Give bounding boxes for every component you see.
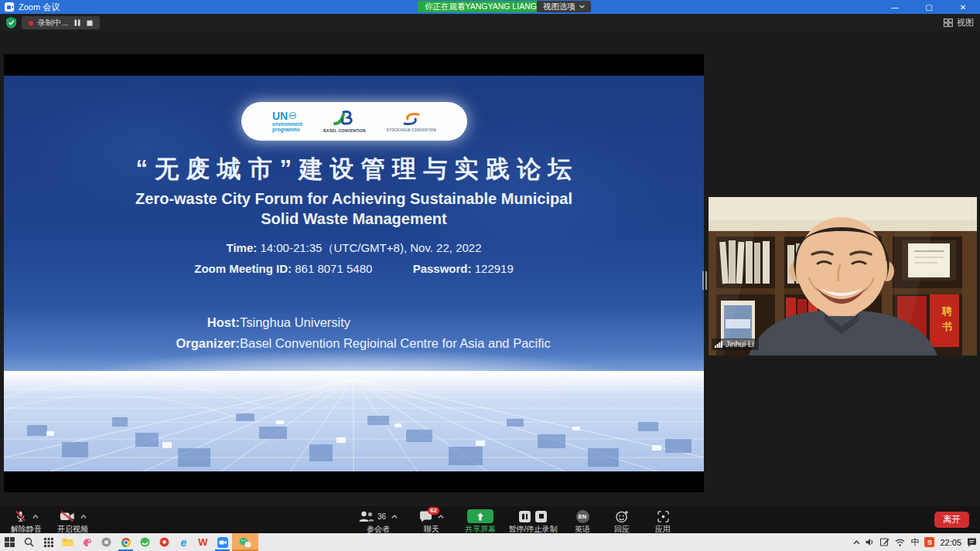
system-tray: 中 S 22:05	[853, 533, 977, 551]
participants-button[interactable]: 36 参会者	[354, 509, 402, 535]
reactions-smiley-icon	[616, 510, 629, 523]
basel-logo-caption: BASEL CONVENTION	[323, 128, 366, 133]
wechat-icon	[239, 537, 251, 548]
share-screen-button[interactable]: 共享屏幕	[459, 509, 501, 535]
svg-text:聘: 聘	[941, 305, 952, 317]
window-title: Zoom 会议	[19, 2, 60, 13]
minimize-button[interactable]: —	[878, 0, 912, 14]
slide-title-chinese: “无废城市”建设管理与实践论坛	[4, 153, 704, 185]
unmute-button[interactable]: 解除静音	[6, 509, 46, 535]
sogou-ime-icon[interactable]: S	[924, 537, 934, 547]
participant-name: Jinhui Li	[726, 340, 754, 349]
chevron-up-icon[interactable]	[80, 515, 87, 519]
participant-video-tile[interactable]: 聘 书	[709, 197, 977, 355]
close-button[interactable]: ✕	[946, 0, 980, 14]
connection-signal-icon	[715, 341, 722, 348]
participants-count: 36	[377, 512, 386, 521]
stockholm-logo-caption: STOCKHOLM CONVENTION	[387, 128, 436, 132]
recording-label: 录制中...	[37, 18, 68, 29]
unep-logo-line3: programme	[272, 128, 302, 133]
password-value: 122919	[475, 262, 514, 275]
svg-text:书: 书	[941, 321, 952, 332]
apps-button[interactable]: 应用	[647, 509, 679, 535]
presentation-slide: UN environment programme BASEL CONVENTIO…	[4, 76, 704, 471]
participant-video-feed: 聘 书	[709, 197, 977, 355]
unep-logo-text: UN	[272, 111, 288, 121]
chevron-up-icon[interactable]	[391, 515, 398, 519]
view-label: 视图	[957, 17, 974, 29]
meeting-toolbar: 解除静音 开启视频 36	[0, 506, 980, 533]
participants-icon	[359, 511, 374, 522]
taskbar-clock[interactable]: 22:05	[940, 538, 961, 547]
view-layout-button[interactable]: 视图	[944, 16, 974, 29]
pink-app-icon	[82, 537, 93, 547]
slide-meeting-line: Zoom Meeting ID: 861 8071 5480 Password:…	[4, 262, 704, 275]
slide-title-english-line1: Zero-waste City Forum for Achieving Sust…	[4, 189, 704, 209]
pause-stop-recording-button[interactable]: 暂停/停止录制	[503, 509, 563, 535]
zoom-meeting-window: Zoom 会议 你正在观看YANGYANG LIANG的屏幕 视图选项 — ▢ …	[0, 0, 980, 551]
taskbar-app-pink[interactable]	[77, 533, 97, 551]
taskbar-chrome-button[interactable]	[116, 533, 135, 551]
share-screen-icon	[467, 509, 493, 523]
interpretation-button[interactable]: EN 英语	[569, 509, 596, 535]
slide-time-line: Time: 14:00-21:35（UTC/GMT+8), Nov. 22, 2…	[4, 241, 704, 256]
panel-resize-handle[interactable]	[702, 269, 708, 292]
windows-ink-icon[interactable]	[880, 538, 890, 546]
volume-icon[interactable]	[866, 538, 875, 546]
maximize-button[interactable]: ▢	[912, 0, 946, 14]
stop-recording-icon[interactable]	[535, 511, 547, 522]
host-value: Tsinghua University	[240, 312, 350, 333]
meeting-id-value: 861 8071 5480	[295, 262, 372, 275]
chat-button[interactable]: 62 聊天	[411, 509, 452, 535]
meeting-stage: UN environment programme BASEL CONVENTIO…	[0, 31, 980, 506]
leave-meeting-button[interactable]: 离开	[934, 512, 969, 528]
shared-screen: UN environment programme BASEL CONVENTIO…	[4, 54, 704, 492]
task-view-icon	[44, 538, 53, 547]
task-view-button[interactable]	[39, 533, 58, 551]
slide-title-english-line2: Solid Waste Management	[4, 209, 704, 229]
chevron-up-icon[interactable]	[438, 515, 444, 519]
taskbar-wps-button[interactable]: W	[193, 533, 213, 551]
zoom-app-icon	[5, 2, 14, 12]
time-label: Time:	[226, 241, 257, 254]
security-shield-icon[interactable]	[6, 17, 16, 29]
start-video-button[interactable]: 开启视频	[51, 509, 94, 535]
microphone-muted-icon	[14, 509, 27, 523]
chevron-up-icon[interactable]	[32, 515, 39, 519]
stop-recording-icon[interactable]	[87, 20, 93, 26]
chevron-down-icon	[579, 5, 585, 9]
taskbar-zoom-button[interactable]	[213, 533, 232, 551]
app-title-group: Zoom 会议	[0, 2, 60, 13]
folder-icon	[62, 538, 73, 547]
view-options-button[interactable]: 视图选项	[537, 1, 591, 12]
action-center-icon[interactable]	[967, 538, 977, 547]
taskbar-app-green[interactable]	[135, 533, 155, 551]
meeting-statusbar: 录制中... 视图	[0, 14, 980, 31]
stockholm-convention-logo: STOCKHOLM CONVENTION	[387, 111, 436, 132]
file-explorer-button[interactable]	[58, 533, 77, 551]
apps-icon	[657, 511, 669, 522]
time-value: 14:00-21:35（UTC/GMT+8), Nov. 22, 2022	[260, 241, 481, 254]
participant-nametag: Jinhui Li	[712, 338, 759, 350]
ime-language-indicator[interactable]: 中	[910, 536, 919, 548]
red-app-icon	[159, 537, 169, 547]
tray-expand-icon[interactable]	[853, 540, 860, 545]
zoom-icon	[217, 537, 228, 548]
recording-indicator: 录制中...	[22, 16, 100, 29]
wifi-icon[interactable]	[895, 539, 905, 546]
green-browser-icon	[140, 537, 150, 547]
taskbar-app-gray[interactable]	[97, 533, 116, 551]
taskbar-app-red[interactable]	[155, 533, 174, 551]
recording-dot-icon	[29, 21, 33, 26]
taskbar-search-button[interactable]	[19, 533, 39, 551]
pause-recording-icon[interactable]	[74, 19, 80, 26]
chat-unread-badge: 62	[428, 507, 439, 515]
grid-view-icon	[944, 19, 953, 27]
logo-strip: UN environment programme BASEL CONVENTIO…	[241, 102, 467, 141]
start-button[interactable]	[0, 533, 19, 551]
taskbar-wechat-button[interactable]	[232, 533, 258, 551]
taskbar-ie-button[interactable]: e	[174, 533, 193, 551]
pause-recording-icon[interactable]	[519, 511, 531, 522]
reactions-button[interactable]: 回应	[605, 509, 639, 535]
un-globe-icon	[289, 112, 296, 119]
